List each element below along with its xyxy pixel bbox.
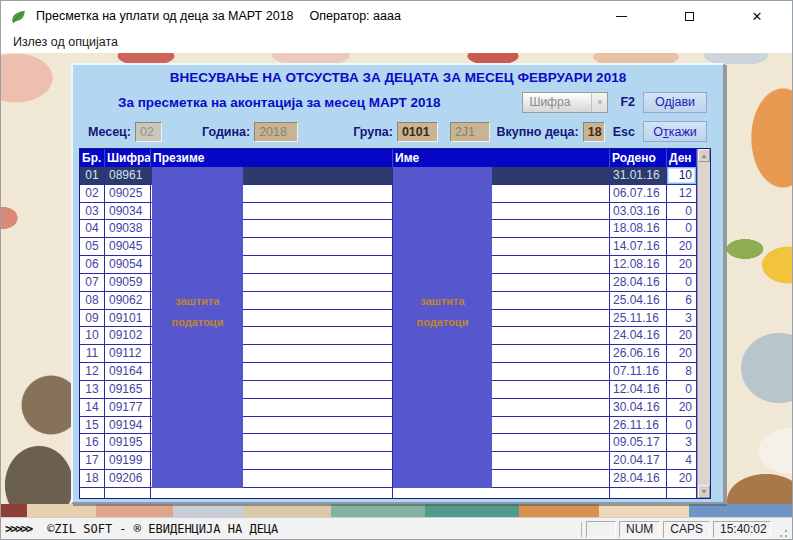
cell-born[interactable]: 20.04.17 (610, 452, 667, 470)
cell-born[interactable]: 14.07.16 (610, 238, 667, 256)
cell-born[interactable]: 25.11.16 (610, 310, 667, 328)
minimize-button[interactable] (598, 1, 644, 31)
cell-born[interactable]: 28.04.16 (610, 470, 667, 488)
cell-num[interactable]: 10 (80, 327, 105, 345)
cell-num[interactable]: 03 (80, 203, 105, 221)
cell-code[interactable]: 09164 (105, 363, 151, 381)
search-mode-dropdown[interactable]: Шифра ▼ (522, 92, 608, 113)
cell-num[interactable]: 02 (80, 185, 105, 203)
maximize-icon (685, 12, 694, 21)
cell-code[interactable]: 09206 (105, 470, 151, 488)
cell-num[interactable]: 16 (80, 434, 105, 452)
cell-born[interactable]: 07.11.16 (610, 363, 667, 381)
cell-num[interactable]: 15 (80, 417, 105, 435)
cell-code[interactable]: 09199 (105, 452, 151, 470)
cell-code[interactable]: 09194 (105, 417, 151, 435)
cell-code[interactable]: 09034 (105, 203, 151, 221)
cell-days[interactable]: 3 (667, 310, 697, 328)
cell-days[interactable]: 4 (667, 452, 697, 470)
cell-code[interactable]: 09177 (105, 399, 151, 417)
cell-num[interactable]: 13 (80, 381, 105, 399)
cell-code[interactable]: 09059 (105, 274, 151, 292)
cell-num[interactable]: 04 (80, 220, 105, 238)
year-field[interactable]: 2018 (254, 122, 298, 142)
cell-born[interactable]: 06.07.16 (610, 185, 667, 203)
cell-days[interactable]: 0 (667, 381, 697, 399)
cell-born[interactable]: 26.11.16 (610, 417, 667, 435)
cell-born[interactable]: 03.03.16 (610, 203, 667, 221)
cell-days[interactable]: 20 (667, 327, 697, 345)
header-name: Име (393, 149, 610, 167)
cell-num[interactable]: 06 (80, 256, 105, 274)
menu-exit-option[interactable]: Излез од опцијата (9, 33, 122, 51)
esc-key-label: Esc (613, 125, 635, 139)
privacy-overlay-name: заштита податоци (393, 167, 492, 488)
scroll-up-button[interactable]: ▲ (698, 149, 710, 162)
cell-born[interactable]: 24.04.16 (610, 327, 667, 345)
table-scrollbar[interactable]: ▲ ▼ (697, 149, 710, 498)
cell-num[interactable]: 08 (80, 292, 105, 310)
cell-num[interactable]: 05 (80, 238, 105, 256)
cell-born[interactable]: 26.06.16 (610, 345, 667, 363)
cell-code[interactable]: 09062 (105, 292, 151, 310)
cancel-button[interactable]: Откажи (643, 121, 707, 142)
month-field[interactable]: 02 (135, 122, 162, 142)
cell-days[interactable]: 20 (667, 256, 697, 274)
month-label: Месец: (88, 125, 131, 139)
cell-born[interactable]: 09.05.17 (610, 434, 667, 452)
cell-days[interactable]: 20 (667, 345, 697, 363)
scrollbar-track[interactable] (698, 162, 710, 485)
cell-days[interactable]: 10 (667, 167, 697, 185)
cell-code[interactable]: 09165 (105, 381, 151, 399)
scroll-down-button[interactable]: ▼ (698, 485, 710, 498)
cell-code[interactable]: 09101 (105, 310, 151, 328)
group-label: Група: (353, 125, 393, 139)
close-icon: ✕ (752, 10, 763, 23)
cell-code[interactable]: 08961 (105, 167, 151, 185)
cell-code[interactable]: 09045 (105, 238, 151, 256)
cell-code[interactable]: 09195 (105, 434, 151, 452)
cell-days[interactable]: 12 (667, 185, 697, 203)
cell-num[interactable]: 09 (80, 310, 105, 328)
cell-born[interactable]: 31.01.16 (610, 167, 667, 185)
cell-days[interactable]: 20 (667, 238, 697, 256)
cell-code[interactable]: 09038 (105, 220, 151, 238)
status-empty-cell (586, 521, 616, 538)
cell-num[interactable]: 18 (80, 470, 105, 488)
operator-label: Оператор: аааа (310, 9, 401, 23)
close-button[interactable]: ✕ (734, 1, 780, 31)
chevron-down-icon[interactable]: ▼ (591, 93, 607, 112)
cell-born[interactable]: 18.08.16 (610, 220, 667, 238)
cell-num[interactable]: 01 (80, 167, 105, 185)
cell-num[interactable]: 14 (80, 399, 105, 417)
cell-days[interactable]: 20 (667, 470, 697, 488)
cell-days[interactable]: 6 (667, 292, 697, 310)
group-code-field[interactable]: 0101 (397, 122, 438, 142)
resize-grip[interactable] (776, 528, 788, 540)
cell-born[interactable]: 12.04.16 (610, 381, 667, 399)
workspace: ВНЕСУВАЊЕ НА ОТСУСТВА ЗА ДЕЦАТА ЗА МЕСЕЦ… (1, 53, 792, 517)
logout-button[interactable]: Одјави (643, 92, 707, 113)
cell-days[interactable]: 8 (667, 363, 697, 381)
maximize-button[interactable] (666, 1, 712, 31)
cell-days[interactable]: 0 (667, 203, 697, 221)
cell-born[interactable]: 12.08.16 (610, 256, 667, 274)
cell-days[interactable]: 0 (667, 417, 697, 435)
cell-days[interactable]: 0 (667, 274, 697, 292)
cell-num[interactable]: 07 (80, 274, 105, 292)
cell-born[interactable]: 25.04.16 (610, 292, 667, 310)
cell-days[interactable]: 0 (667, 220, 697, 238)
cell-code[interactable]: 09025 (105, 185, 151, 203)
cell-num[interactable]: 12 (80, 363, 105, 381)
cell-days[interactable]: 20 (667, 399, 697, 417)
cell-code[interactable]: 09054 (105, 256, 151, 274)
cell-num[interactable]: 11 (80, 345, 105, 363)
cell-num[interactable]: 17 (80, 452, 105, 470)
cell-code[interactable]: 09102 (105, 327, 151, 345)
group-name-field[interactable]: 2Ј1 (450, 122, 490, 142)
f2-key-label: F2 (620, 95, 635, 109)
cell-days[interactable]: 3 (667, 434, 697, 452)
cell-code[interactable]: 09112 (105, 345, 151, 363)
cell-born[interactable]: 28.04.16 (610, 274, 667, 292)
cell-born[interactable]: 30.04.16 (610, 399, 667, 417)
